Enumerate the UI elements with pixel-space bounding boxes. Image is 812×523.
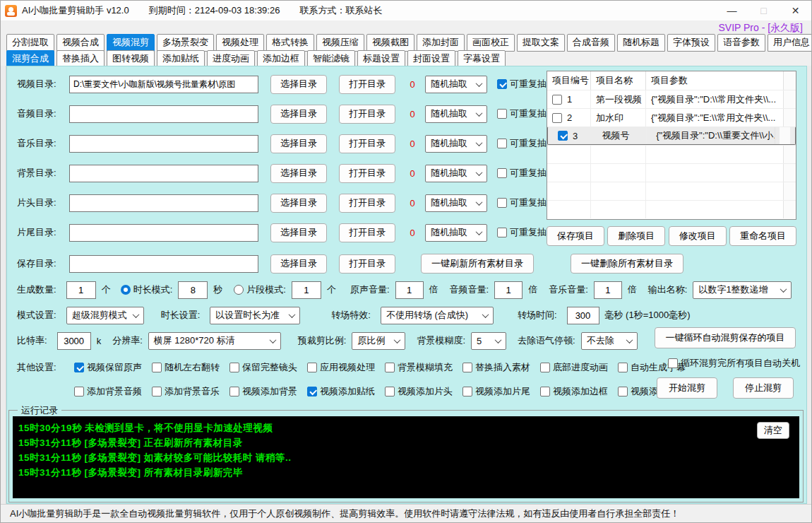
open-dir-button[interactable]: 打开目录 xyxy=(339,134,395,153)
modify-project-button[interactable]: 修改项目 xyxy=(669,226,727,246)
music-vol-input[interactable] xyxy=(594,281,622,299)
random-flip-checkbox[interactable]: 随机左右翻转 xyxy=(152,361,220,374)
checkbox-icon[interactable] xyxy=(552,95,562,105)
add-background-checkbox[interactable]: 视频添加背景 xyxy=(229,385,297,398)
pick-mode-select[interactable]: 随机抽取 xyxy=(425,105,487,123)
tab-split-extract[interactable]: 分割提取 xyxy=(6,34,54,52)
select-dir-button[interactable]: 选择目录 xyxy=(270,105,327,124)
replace-insert-checkbox[interactable]: 替换插入素材 xyxy=(462,361,530,374)
add-bg-music-checkbox[interactable]: 添加背景音乐 xyxy=(152,385,220,398)
mode-select[interactable]: 超级混剪模式 xyxy=(66,307,144,324)
add-outro-checkbox[interactable]: 视频添加片尾 xyxy=(462,385,530,398)
delete-project-button[interactable]: 删除项目 xyxy=(607,226,665,246)
open-dir-button[interactable]: 打开目录 xyxy=(339,75,395,94)
refresh-all-dirs-button[interactable]: 一键刷新所有素材目录 xyxy=(421,254,534,274)
add-bg-audio-checkbox[interactable]: 添加背景音频 xyxy=(74,385,142,398)
tab-user-info[interactable]: 用户信息 xyxy=(768,34,812,52)
select-dir-button[interactable]: 选择目录 xyxy=(270,194,327,213)
blur-select[interactable]: 5 xyxy=(471,332,506,350)
stop-mix-button[interactable]: 停止混剪 xyxy=(733,377,794,399)
gen-count-input[interactable] xyxy=(66,281,96,299)
checkbox-icon[interactable] xyxy=(552,113,562,123)
bitrate-input[interactable] xyxy=(57,332,91,350)
tab-add-cover[interactable]: 添加封面 xyxy=(417,34,465,52)
pause-remove-select[interactable]: 不去除 xyxy=(581,332,638,350)
orig-vol-input[interactable] xyxy=(395,281,424,299)
open-dir-button[interactable]: 打开目录 xyxy=(339,254,395,274)
audio-vol-input[interactable] xyxy=(494,281,523,299)
left-scrollbar[interactable] xyxy=(1,66,6,504)
keep-orig-sound-checkbox[interactable]: 视频保留原声 xyxy=(74,361,142,374)
segment-mode-radio[interactable]: 片段模式: xyxy=(234,283,286,296)
select-dir-button[interactable]: 选择目录 xyxy=(270,164,327,183)
tab-frame-correct[interactable]: 画面校正 xyxy=(467,34,515,52)
open-dir-button[interactable]: 打开目录 xyxy=(339,164,395,183)
music-dir-input[interactable] xyxy=(69,135,258,153)
maximize-icon[interactable]: □ xyxy=(748,1,780,20)
select-dir-button[interactable]: 选择目录 xyxy=(270,75,327,94)
outro-dir-input[interactable] xyxy=(69,224,258,242)
pick-mode-select[interactable]: 随机抽取 xyxy=(425,76,487,93)
select-dir-button[interactable]: 选择目录 xyxy=(270,223,327,242)
loop-auto-mix-button[interactable]: 一键循环自动混剪保存的项目 xyxy=(655,327,796,348)
start-mix-button[interactable]: 开始混剪 xyxy=(657,377,717,399)
select-dir-button[interactable]: 选择目录 xyxy=(270,134,327,153)
pick-mode-select[interactable]: 随机抽取 xyxy=(425,135,487,153)
table-row[interactable]: 2 加水印 {"视频目录":"E:\\常用文件夹\\... xyxy=(547,108,796,127)
tab-voice-params[interactable]: 语音参数 xyxy=(717,34,765,52)
tab-multiscene[interactable]: 多场景裂变 xyxy=(157,34,214,52)
pick-mode-select[interactable]: 随机抽取 xyxy=(425,224,487,242)
close-icon[interactable]: ✕ xyxy=(780,1,811,20)
delete-all-dirs-button[interactable]: 一键删除所有素材目录 xyxy=(571,254,683,274)
tab-extract-text[interactable]: 提取文案 xyxy=(517,34,565,52)
add-intro-checkbox[interactable]: 视频添加片头 xyxy=(385,385,453,398)
open-dir-button[interactable]: 打开目录 xyxy=(339,223,395,242)
tab-video-process[interactable]: 视频处理 xyxy=(216,34,264,52)
intro-dir-input[interactable] xyxy=(69,194,258,212)
transition-time-input[interactable] xyxy=(567,307,599,324)
tab-video-screenshot[interactable]: 视频截图 xyxy=(366,34,414,52)
select-dir-button[interactable]: 选择目录 xyxy=(270,254,327,274)
table-row[interactable]: 3 视频号 {"视频目录":"D:\\重要文件\\小... xyxy=(547,127,796,145)
output-name-value: 以数字1整数递增 xyxy=(698,283,768,296)
video-dir-input[interactable] xyxy=(69,76,258,93)
tab-synth-audio[interactable]: 合成音频 xyxy=(567,34,615,52)
pick-mode-select[interactable]: 随机抽取 xyxy=(425,194,487,212)
add-sticker-checkbox[interactable]: 视频添加贴纸 xyxy=(307,385,375,398)
table-row[interactable]: 1 第一段视频 {"视频目录":"D:\\常用文件夹\\... xyxy=(547,90,796,108)
window-title: AI小咖批量剪辑助手 v12.0 xyxy=(22,4,129,17)
tab-font-preset[interactable]: 字体预设 xyxy=(667,34,715,52)
segment-input[interactable] xyxy=(292,281,321,299)
save-dir-input[interactable] xyxy=(69,255,258,273)
background-dir-input[interactable] xyxy=(69,165,258,182)
tab-video-mix[interactable]: 视频混剪 xyxy=(107,34,155,52)
tab-random-title[interactable]: 随机标题 xyxy=(617,34,665,52)
save-project-button[interactable]: 保存项目 xyxy=(547,226,604,246)
intro-dir-row: 片头目录: 选择目录 打开目录 0 随机抽取 可重复抽取 xyxy=(7,191,556,215)
tab-format-convert[interactable]: 格式转换 xyxy=(266,34,314,52)
clear-log-button[interactable]: 清空 xyxy=(757,422,789,439)
open-dir-button[interactable]: 打开目录 xyxy=(339,194,395,213)
add-border-checkbox[interactable]: 视频添加边框 xyxy=(540,385,608,398)
output-name-select[interactable]: 以数字1整数递增 xyxy=(693,281,792,299)
minimize-icon[interactable]: — xyxy=(716,1,748,20)
duration-input[interactable] xyxy=(178,281,208,299)
bg-blur-fill-checkbox[interactable]: 背景模糊填充 xyxy=(385,361,453,374)
keep-full-shot-checkbox[interactable]: 保留完整镜头 xyxy=(229,361,297,374)
pick-mode-select[interactable]: 随机抽取 xyxy=(425,165,487,182)
duration-setting-select[interactable]: 以设置时长为准 xyxy=(210,307,300,324)
tab-video-compress[interactable]: 视频压缩 xyxy=(316,34,364,52)
transition-select[interactable]: 不使用转场 (合成快) xyxy=(381,307,494,324)
auto-shutdown-checkbox[interactable]: 循环混剪完所有项目自动关机 xyxy=(668,357,800,370)
resolution-select[interactable]: 横屏 1280*720 标清 xyxy=(148,332,281,350)
open-dir-button[interactable]: 打开目录 xyxy=(339,105,395,124)
audio-dir-input[interactable] xyxy=(69,105,258,123)
col-project-name: 项目名称 xyxy=(591,71,646,90)
rename-project-button[interactable]: 重命名项目 xyxy=(729,226,796,246)
apply-video-process-checkbox[interactable]: 应用视频处理 xyxy=(307,361,375,374)
checkbox-icon[interactable] xyxy=(558,131,568,141)
bottom-progress-checkbox[interactable]: 底部进度动画 xyxy=(540,361,608,374)
tab-video-merge[interactable]: 视频合成 xyxy=(56,34,105,52)
crop-ratio-select[interactable]: 原比例 xyxy=(352,332,405,350)
duration-mode-radio[interactable]: 时长模式: xyxy=(121,283,173,296)
